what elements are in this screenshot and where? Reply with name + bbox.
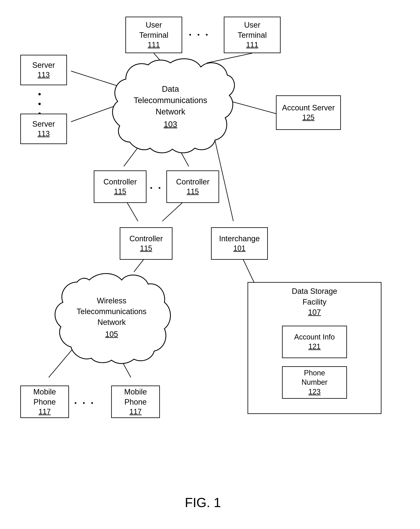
account-server-ref: 125 [302,113,315,122]
interchange-ref: 101 [233,244,246,253]
user-terminal-dots: · · · [189,28,210,40]
account-info: Account Info 121 [282,326,347,358]
mobile-phone-2: MobilePhone 117 [111,385,160,418]
user-terminal-1-ref: 111 [148,40,160,50]
server-2: Server 113 [20,114,67,144]
phone-number: PhoneNumber 123 [282,366,347,399]
wireless-network: WirelessTelecommunicationsNetwork 105 [49,270,174,365]
interchange: Interchange 101 [211,227,268,260]
server-2-ref: 113 [38,129,50,139]
user-terminal-1: User Terminal 111 [125,17,182,53]
controller-2: Controller 115 [166,171,219,203]
wireless-network-label: WirelessTelecommunicationsNetwork 105 [77,295,146,340]
mobile-phone-dots: · · · [74,397,95,409]
mobile-phone-1-label: MobilePhone [33,387,56,407]
controller-1-label: Controller [104,177,137,187]
account-info-ref: 121 [308,342,321,351]
figure-label: FIG. 1 [152,495,254,510]
controller-2-ref: 115 [187,187,199,197]
controller-1-ref: 115 [114,187,126,197]
mobile-phone-2-label: MobilePhone [124,387,147,407]
controller-1: Controller 115 [94,171,146,203]
diagram: User Terminal 111 User Terminal 111 · · … [0,0,420,529]
phone-number-label: PhoneNumber [302,368,328,387]
server-1: Server 113 [20,55,67,85]
user-terminal-2: User Terminal 111 [224,17,281,53]
phone-number-ref: 123 [308,387,321,397]
server-1-label: Server [32,60,55,70]
user-terminal-2-label: User Terminal [237,20,267,40]
data-network: DataTelecommunicationsNetwork 103 [105,55,235,158]
controller-3-ref: 115 [140,244,152,253]
user-terminal-1-label: User Terminal [139,20,168,40]
controller-3-label: Controller [130,234,163,244]
user-terminal-2-ref: 111 [246,40,258,50]
account-server: Account Server 125 [276,95,341,130]
server-1-ref: 113 [38,70,50,80]
account-info-label: Account Info [294,332,335,342]
mobile-phone-1: MobilePhone 117 [20,385,69,418]
mobile-phone-1-ref: 117 [39,407,51,417]
mobile-phone-2-ref: 117 [130,407,142,417]
controller-3: Controller 115 [120,227,172,260]
svg-line-4 [231,102,276,114]
interchange-label: Interchange [219,234,260,244]
account-server-label: Account Server [282,103,335,113]
controller-2-label: Controller [176,177,210,187]
server-2-label: Server [32,119,55,129]
data-network-label: DataTelecommunicationsNetwork 103 [134,83,207,130]
data-storage-facility: Data StorageFacility 107 Account Info 12… [248,282,381,414]
